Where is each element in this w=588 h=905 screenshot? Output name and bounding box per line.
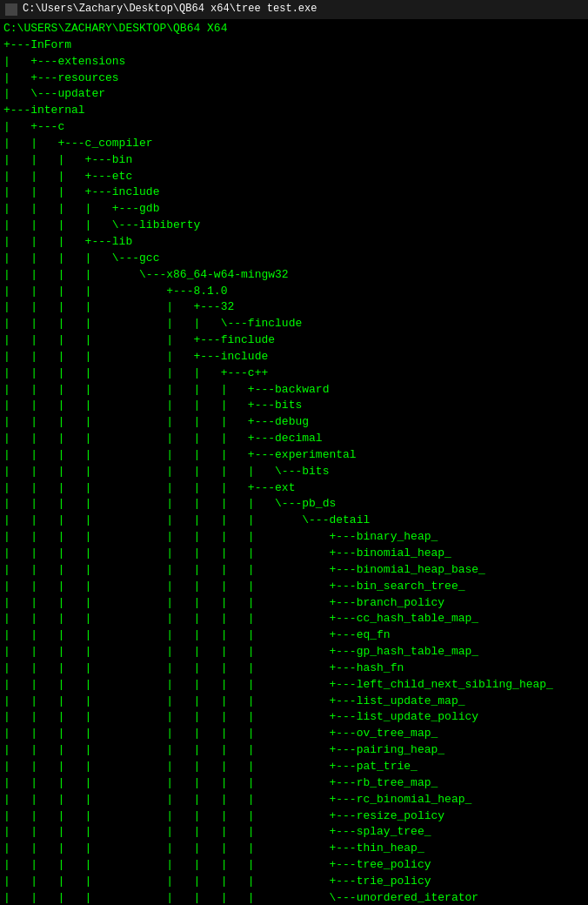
tree-content: C:\USERS\ZACHARY\DESKTOP\QB64 X64 +---In… xyxy=(0,19,588,905)
title-bar: C:\Users\Zachary\Desktop\QB64 x64\tree t… xyxy=(0,0,588,19)
terminal-icon xyxy=(5,3,17,16)
title-text: C:\Users\Zachary\Desktop\QB64 x64\tree t… xyxy=(23,2,317,17)
